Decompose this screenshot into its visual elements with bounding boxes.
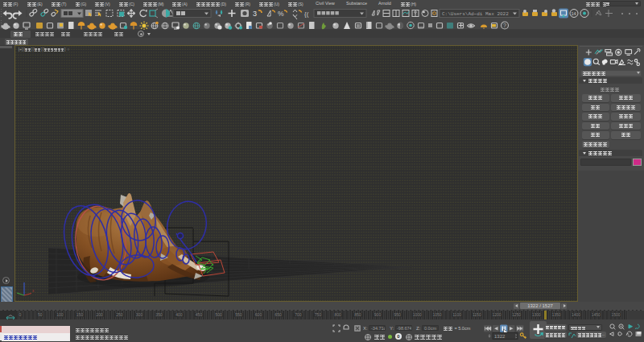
svg-text:?: ?: [503, 23, 506, 28]
svg-text:x: x: [32, 289, 35, 293]
svg-text:{(: {(: [304, 10, 309, 18]
svg-text:C:\Users\Ad~di Max 2022: C:\Users\Ad~di Max 2022: [442, 11, 509, 17]
svg-text:1322: 1322: [494, 334, 506, 339]
svg-text:14: 14: [572, 11, 576, 16]
svg-text:y: y: [15, 289, 16, 293]
svg-text:%: %: [278, 10, 284, 18]
svg-text:3: 3: [253, 10, 257, 18]
